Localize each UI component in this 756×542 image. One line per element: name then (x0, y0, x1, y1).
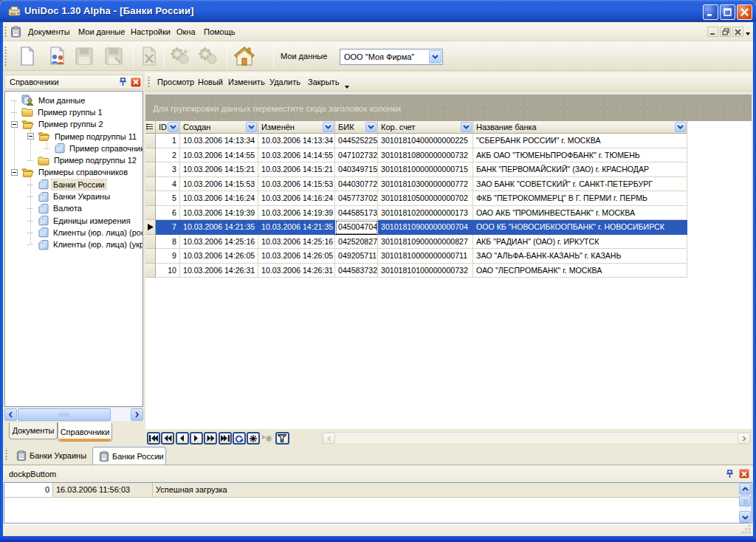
nav-next-button[interactable] (190, 432, 203, 445)
column-header-1[interactable]: Создан (180, 121, 258, 134)
grid-cell[interactable]: 040349715 (335, 162, 378, 177)
mdi-tab-banki-rossii[interactable]: Банки России (92, 447, 166, 464)
grid-cell[interactable]: 10.03.2006 14:26:31 (258, 264, 335, 278)
open-users-button[interactable] (47, 45, 69, 67)
group-by-panel[interactable]: Для группировки данных переместите сюда … (145, 95, 752, 121)
grid-cell[interactable]: 10.03.2006 14:21:35 (258, 220, 335, 235)
column-header-2[interactable]: Изменён (258, 121, 335, 134)
grid-cell[interactable]: ЗАО БАНК "СОВЕТСКИЙ" г. САНКТ-ПЕТЕРБУРГ (473, 177, 687, 192)
grid-cell[interactable]: ООО КБ "НОВОСИБКООПБАНК" г. НОВОСИБИРСК (473, 220, 687, 235)
grid-cell[interactable]: 10.03.2006 14:26:05 (180, 249, 258, 264)
title-bar[interactable]: UniDoc 1.30 Alpha - [Банки России] (0, 0, 756, 22)
delete-button[interactable]: Удалить (269, 77, 300, 88)
home-button[interactable] (233, 45, 255, 67)
collapse-toggle[interactable] (11, 121, 18, 128)
filter-dropdown-button[interactable] (323, 122, 334, 132)
mdi-minimize-button[interactable] (707, 27, 718, 37)
view-button[interactable]: Просмотр (157, 77, 194, 88)
grid-cell[interactable]: 5 (156, 191, 180, 206)
close-button[interactable] (737, 4, 752, 20)
collapse-toggle[interactable] (11, 169, 18, 176)
new-document-button[interactable] (16, 45, 38, 67)
save-as-button[interactable] (103, 45, 125, 67)
tree-item-1[interactable]: Пример группы 1 (5, 106, 104, 118)
menu-help[interactable]: Помощь (203, 27, 236, 38)
mdi-tab-banki-ukrainy[interactable]: Банки Украины (10, 447, 86, 464)
log-vertical-scrollbar[interactable] (739, 483, 752, 523)
nav-prior-button[interactable] (176, 432, 189, 445)
grid-cell[interactable]: 10 (156, 264, 180, 278)
menu-my-data[interactable]: Мои данные (78, 27, 126, 38)
pin-icon[interactable] (725, 469, 735, 479)
grid-cell[interactable]: 4 (156, 177, 180, 192)
grid-cell[interactable]: 10.03.2006 14:14:55 (180, 148, 258, 163)
grid-cell[interactable]: 1 (156, 134, 180, 148)
grid-cell[interactable]: "СБЕРБАНК РОССИИ" г. МОСКВА (473, 134, 687, 148)
row-indicator[interactable] (145, 264, 156, 278)
tree-item-11[interactable]: Клиенты (юр. лица) (рос. (5, 227, 143, 239)
grid-cell[interactable]: 10.03.2006 14:21:35 (180, 220, 258, 235)
grid-cell[interactable]: 30101810900000000704 (378, 220, 473, 235)
grid-cell[interactable]: 9 (156, 249, 180, 264)
collapse-toggle[interactable] (27, 133, 34, 140)
tree-item-5[interactable]: Пример подгруппы 12 (5, 154, 138, 166)
nav-first-button[interactable] (147, 432, 160, 445)
grid-cell[interactable]: 10.03.2006 14:26:05 (258, 249, 335, 264)
pin-icon[interactable] (118, 77, 128, 87)
nav-next-page-button[interactable] (204, 432, 217, 445)
nav-prior-page-button[interactable] (161, 432, 174, 445)
scroll-thumb[interactable] (18, 408, 111, 421)
process-1-button[interactable] (168, 45, 190, 67)
grid-cell[interactable]: 10.03.2006 14:15:21 (258, 162, 335, 177)
grid-cell[interactable]: 30101810300000000772 (378, 177, 473, 192)
grid-cell[interactable]: 045004704 (335, 220, 378, 235)
tree-item-7[interactable]: Банки России (5, 179, 106, 191)
row-indicator[interactable] (145, 162, 156, 177)
scroll-thumb[interactable] (739, 495, 751, 507)
tab-documents[interactable]: Документы (9, 422, 58, 439)
menubar-grip[interactable] (4, 26, 7, 38)
grid-cell[interactable]: 3 (156, 162, 180, 177)
grid-cell[interactable]: 30101810500000000702 (378, 191, 473, 206)
mdi-tabs-grip[interactable] (5, 449, 7, 462)
filter-dropdown-button[interactable] (675, 122, 686, 132)
grid-cell[interactable]: 10.03.2006 14:14:55 (258, 148, 335, 163)
edit-button[interactable]: Изменить (228, 77, 265, 88)
menu-settings[interactable]: Настройки (130, 27, 171, 38)
minimize-button[interactable] (703, 4, 718, 20)
grid-cell[interactable]: 7 (156, 220, 180, 235)
grid-cell[interactable]: АКБ ОАО "ТЮМЕНЬПРОФБАНК" г. ТЮМЕНЬ (473, 148, 687, 163)
row-indicator[interactable] (145, 235, 156, 250)
tree-item-12[interactable]: Клиенты (юр. лица) (укр. (5, 239, 143, 250)
filter-dropdown-button[interactable] (461, 122, 472, 132)
grid-cell[interactable]: ОАО "ЛЕСПРОМБАНК" г. МОСКВА (473, 264, 687, 278)
column-header-0[interactable]: ID (156, 121, 180, 134)
grid-cell[interactable]: 30101810000000000715 (378, 162, 473, 177)
grid-cell[interactable]: 30101810800000000732 (378, 148, 473, 163)
scroll-right-button[interactable] (738, 433, 750, 444)
grid-cell[interactable]: 10.03.2006 14:26:31 (180, 264, 258, 278)
grid-cell[interactable]: ФКБ "ПЕТРОКОММЕРЦ" В Г. ПЕРМИ г. ПЕРМЬ (473, 191, 687, 206)
grid-cell[interactable]: 10.03.2006 14:25:16 (258, 235, 335, 250)
sidebar-header[interactable]: Справочники (4, 75, 143, 89)
tree-item-2[interactable]: Пример группы 2 (5, 118, 105, 130)
grid-cell[interactable]: ОАО АКБ "ПРОМИНВЕСТБАНК" г. МОСКВА (473, 206, 687, 221)
grid-cell[interactable]: 6 (156, 206, 180, 221)
row-indicator[interactable] (145, 220, 156, 235)
row-indicator[interactable] (145, 177, 156, 192)
grid-customize-header[interactable] (145, 121, 156, 134)
grid-cell[interactable]: 30101810900000000827 (378, 235, 473, 250)
toolbar-grip[interactable] (4, 46, 7, 66)
tree-item-8[interactable]: Банки Украины (5, 191, 111, 202)
grid-toolbar-overflow-arrow[interactable] (345, 86, 349, 89)
grid-cell[interactable]: БАНК "ПЕРВОМАЙСКИЙ" (ЗАО) г. КРАСНОДАР (473, 162, 687, 177)
filter-dropdown-button[interactable] (168, 122, 179, 132)
combobox-dropdown-button[interactable] (429, 50, 441, 64)
grid-cell[interactable]: 10.03.2006 14:25:16 (180, 235, 258, 250)
grid-cell[interactable]: 10.03.2006 14:13:34 (180, 134, 258, 148)
tree-horizontal-scrollbar[interactable] (4, 408, 143, 421)
dock-header[interactable]: dockpButtom (3, 466, 753, 481)
scroll-down-button[interactable] (739, 511, 751, 523)
grid-cell[interactable]: 10.03.2006 14:15:21 (180, 162, 258, 177)
grid-cell[interactable]: 044525225 (335, 134, 378, 148)
